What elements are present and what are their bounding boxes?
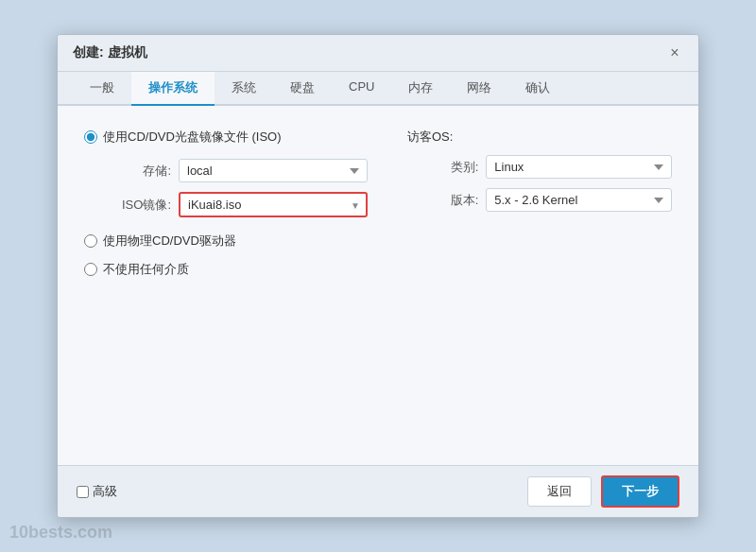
dialog-footer: 高级 返回 下一步 <box>58 465 698 517</box>
close-button[interactable]: × <box>666 44 683 61</box>
radio-physical-label: 使用物理CD/DVD驱动器 <box>103 233 236 250</box>
visitor-os-header: 访客OS: <box>407 129 672 146</box>
tab-confirm[interactable]: 确认 <box>508 72 567 106</box>
create-vm-dialog: 创建: 虚拟机 × 一般 操作系统 系统 硬盘 CPU 内存 网络 确认 使用C… <box>57 34 699 518</box>
dialog-header: 创建: 虚拟机 × <box>58 35 698 72</box>
category-select[interactable]: Linux Windows Other <box>486 155 672 179</box>
dialog-title: 创建: 虚拟机 <box>73 44 147 61</box>
radio-none-label: 不使用任何介质 <box>103 261 189 278</box>
iso-input-wrap: ▼ <box>179 192 368 217</box>
dialog-body: 使用CD/DVD光盘镜像文件 (ISO) 存储: local ISO镜像: <box>58 106 698 465</box>
tab-general[interactable]: 一般 <box>73 72 131 106</box>
storage-row: 存储: local <box>105 159 388 182</box>
tab-os[interactable]: 操作系统 <box>131 72 215 106</box>
advanced-checkbox-label[interactable]: 高级 <box>77 483 117 500</box>
tab-memory[interactable]: 内存 <box>391 72 450 106</box>
iso-row: ISO镜像: ▼ <box>105 192 388 217</box>
radio-iso-group: 使用CD/DVD光盘镜像文件 (ISO) <box>84 129 388 146</box>
right-section: 访客OS: 类别: Linux Windows Other 版本: 5.x - <box>407 129 672 212</box>
iso-input[interactable] <box>179 192 368 217</box>
watermark: 10bests.com <box>9 523 112 543</box>
radio-none-group: 不使用任何介质 <box>84 261 388 278</box>
radio-physical-group: 使用物理CD/DVD驱动器 <box>84 233 388 250</box>
tab-system[interactable]: 系统 <box>215 72 273 106</box>
tab-bar: 一般 操作系统 系统 硬盘 CPU 内存 网络 确认 <box>58 72 698 106</box>
radio-none[interactable] <box>84 263 97 276</box>
storage-label: 存储: <box>105 163 171 180</box>
version-select[interactable]: 5.x - 2.6 Kernel 4.x - 2.6 Kernel Other <box>486 188 672 212</box>
iso-label: ISO镜像: <box>105 197 171 214</box>
version-row: 版本: 5.x - 2.6 Kernel 4.x - 2.6 Kernel Ot… <box>445 188 672 212</box>
left-section: 使用CD/DVD光盘镜像文件 (ISO) 存储: local ISO镜像: <box>84 129 388 289</box>
tab-network[interactable]: 网络 <box>450 72 508 106</box>
back-button[interactable]: 返回 <box>527 476 592 507</box>
tab-disk[interactable]: 硬盘 <box>273 72 332 106</box>
category-label: 类别: <box>445 159 478 176</box>
category-row: 类别: Linux Windows Other <box>445 155 672 179</box>
radio-physical[interactable] <box>84 234 97 248</box>
iso-form: 存储: local ISO镜像: ▼ <box>105 159 388 217</box>
radio-iso[interactable] <box>84 130 97 144</box>
advanced-label: 高级 <box>93 483 117 500</box>
advanced-checkbox[interactable] <box>77 486 89 498</box>
visitor-form: 类别: Linux Windows Other 版本: 5.x - 2.6 Ke… <box>445 155 672 212</box>
storage-select[interactable]: local <box>179 159 368 182</box>
version-label: 版本: <box>445 192 478 209</box>
tab-cpu[interactable]: CPU <box>332 72 391 106</box>
radio-iso-label: 使用CD/DVD光盘镜像文件 (ISO) <box>103 129 282 146</box>
footer-left: 高级 <box>77 483 117 500</box>
next-button[interactable]: 下一步 <box>601 475 679 508</box>
